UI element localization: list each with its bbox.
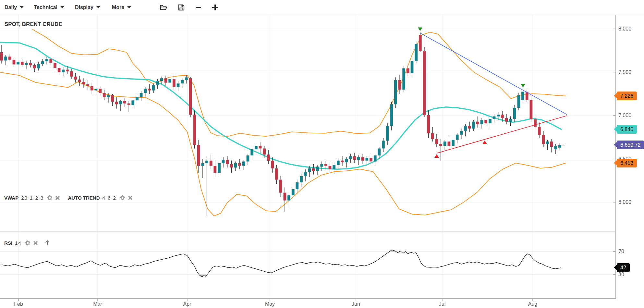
- candle: [123, 101, 126, 104]
- candle: [558, 145, 561, 148]
- candle: [136, 97, 139, 100]
- candle: [82, 82, 85, 84]
- auto-trend-legend-params: 4 6 2: [102, 195, 116, 201]
- candle: [4, 56, 7, 60]
- candle: [530, 100, 533, 119]
- candle: [54, 63, 56, 68]
- candle: [476, 122, 479, 124]
- gear-icon[interactable]: [120, 195, 125, 201]
- candle: [411, 61, 414, 73]
- candle: [353, 156, 356, 160]
- more-menu-label: More: [112, 5, 124, 10]
- candle: [517, 95, 520, 108]
- candle: [193, 115, 196, 145]
- candle: [394, 80, 397, 105]
- candle: [378, 149, 381, 155]
- candle: [370, 158, 372, 162]
- remove-icon[interactable]: [128, 195, 133, 200]
- toolbar: Daily Technical Display More: [0, 0, 644, 15]
- chevron-down-icon: [60, 6, 64, 8]
- candle: [70, 71, 73, 77]
- candle: [554, 146, 557, 150]
- candle: [189, 78, 192, 115]
- candle: [279, 180, 282, 193]
- candle: [201, 163, 204, 166]
- candle: [550, 142, 553, 147]
- candle: [0, 52, 3, 60]
- technical-menu[interactable]: Technical: [34, 5, 64, 10]
- candle: [382, 141, 385, 148]
- more-menu[interactable]: More: [112, 5, 131, 10]
- candle: [366, 158, 369, 161]
- candle: [250, 149, 253, 155]
- last-price-badge: 6,659.72: [617, 141, 644, 149]
- candle: [546, 142, 549, 144]
- candle: [255, 146, 258, 150]
- candle: [103, 93, 106, 97]
- candle: [464, 126, 467, 131]
- candle: [173, 79, 176, 87]
- badge-arrow: [614, 265, 617, 270]
- candle: [131, 100, 134, 105]
- timeframe-menu[interactable]: Daily: [5, 5, 24, 10]
- candle: [210, 161, 213, 166]
- display-menu-label: Display: [75, 5, 93, 10]
- candle: [91, 86, 93, 90]
- candle: [402, 68, 405, 90]
- move-pane-up-icon[interactable]: [44, 240, 50, 246]
- candle: [259, 146, 262, 149]
- month-label: May: [265, 301, 275, 307]
- band-upper-value-badge: 7,226: [617, 92, 637, 100]
- chevron-down-icon: [127, 6, 131, 8]
- candle: [534, 119, 537, 127]
- display-menu[interactable]: Display: [75, 5, 100, 10]
- band-lower-value-badge: 6,453: [617, 159, 637, 167]
- badge-arrow: [614, 142, 617, 148]
- candle: [95, 89, 98, 90]
- candle: [33, 65, 36, 68]
- chevron-down-icon: [96, 6, 100, 8]
- pivot-high-marker: [418, 28, 422, 31]
- candle: [17, 62, 19, 65]
- badge-arrow: [614, 93, 617, 99]
- candle: [21, 62, 24, 65]
- zoom-out-icon[interactable]: [195, 4, 202, 11]
- candle: [497, 115, 500, 116]
- chart-canvas[interactable]: [0, 0, 644, 308]
- candle: [484, 120, 487, 123]
- gear-icon[interactable]: [47, 195, 53, 201]
- candles-layer: [0, 32, 561, 217]
- remove-icon[interactable]: [33, 240, 38, 245]
- candle: [287, 195, 290, 201]
- candle: [357, 157, 360, 160]
- vwap-legend-label: VWAP: [4, 195, 18, 201]
- candle: [160, 78, 163, 81]
- candle: [316, 167, 319, 171]
- open-folder-icon[interactable]: [160, 4, 167, 11]
- candle: [509, 119, 512, 122]
- candle: [156, 81, 159, 85]
- candle: [538, 127, 541, 135]
- candle: [238, 163, 241, 166]
- month-label: Aug: [528, 301, 537, 307]
- rsi-tick-label: 70: [618, 249, 624, 254]
- candle: [144, 89, 147, 93]
- candle: [107, 95, 110, 97]
- candle: [99, 89, 102, 93]
- candle: [337, 161, 340, 165]
- candle: [444, 142, 446, 146]
- save-icon[interactable]: [178, 4, 185, 11]
- gear-icon[interactable]: [25, 240, 30, 246]
- remove-icon[interactable]: [55, 195, 60, 200]
- candle: [456, 135, 459, 140]
- candle: [234, 163, 237, 167]
- pivot-low-marker: [434, 154, 439, 158]
- candle: [452, 140, 455, 146]
- price-tick-label: 8,000: [618, 26, 631, 32]
- candle: [267, 154, 270, 161]
- candle: [345, 159, 348, 163]
- badge-arrow: [614, 126, 617, 132]
- zoom-in-icon[interactable]: [211, 3, 219, 12]
- candle: [427, 115, 430, 133]
- candle: [185, 78, 188, 80]
